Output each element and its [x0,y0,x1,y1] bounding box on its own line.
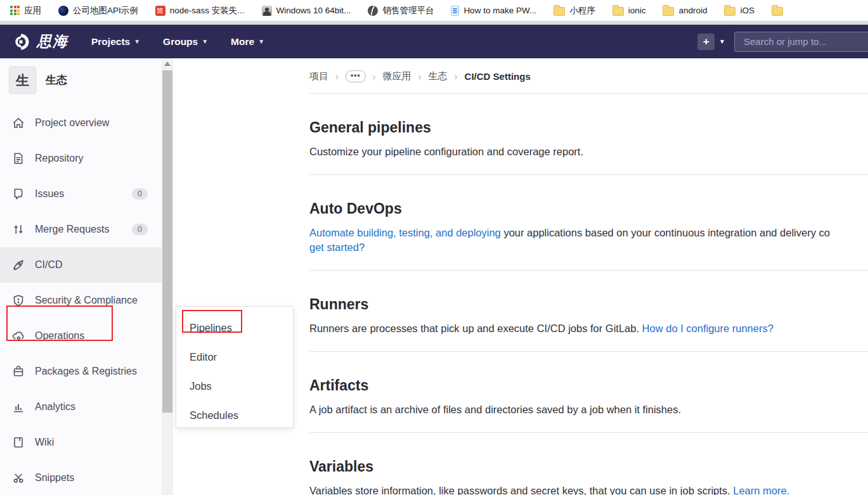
navbar-menu-projects[interactable]: Projects ▼ [91,36,140,48]
apps-grid-icon [10,6,20,15]
scrollbar-up-arrow-icon[interactable] [164,61,171,66]
flyout-item-schedules[interactable]: Schedules [176,401,293,430]
sidebar-item-analytics[interactable]: Analytics [0,389,162,425]
chevron-right-icon: › [335,71,339,82]
sidebar-item-label: Wiki [35,437,54,448]
sidebar-item-packages-registries[interactable]: Packages & Registries [0,354,162,389]
sidebar-item-snippets[interactable]: Snippets [0,460,162,495]
site-logo-icon [11,32,30,51]
cicd-flyout-menu: Pipelines Editor Jobs Schedules [176,306,294,428]
navbar-menu-groups[interactable]: Groups ▼ [163,36,208,48]
section-description: Variables store information, like passwo… [309,484,868,495]
cloud-gear-icon [12,330,25,342]
new-item-button[interactable]: + [697,34,715,50]
breadcrumb-project[interactable]: 生态 [429,70,448,82]
bookmark-folder-ionic[interactable]: ionic [612,5,646,16]
folder-icon [772,7,783,16]
sidebar-item-project-overview[interactable]: Project overview [0,105,162,141]
breadcrumb-projects[interactable]: 项目 [309,70,328,82]
navbar-menu: Projects ▼ Groups ▼ More ▼ [91,36,264,48]
scissors-icon [12,472,25,484]
scrollbar-thumb[interactable] [162,70,172,413]
description-text: Runners are processes that pick up and e… [309,323,642,334]
section-title: Auto DevOps [309,199,868,218]
section-description: A job artifact is an archive of files an… [309,402,868,417]
flyout-item-pipelines[interactable]: Pipelines [176,313,293,342]
section-title: Artifacts [309,376,868,395]
sidebar-item-merge-requests[interactable]: Merge Requests 0 [0,212,162,247]
configure-runners-link[interactable]: How do I configure runners? [642,323,774,334]
sidebar-item-issues[interactable]: Issues 0 [0,176,162,212]
menu-label: Groups [163,36,198,48]
folder-icon [612,7,624,16]
bookmark-how-to-make-pwa[interactable]: How to make PW... [451,6,536,16]
folder-icon [554,7,565,16]
shield-icon [12,294,25,307]
sidebar-item-label: Issues [35,188,64,200]
description-text: Variables store information, like passwo… [309,485,733,495]
flyout-item-jobs[interactable]: Jobs [176,371,293,401]
page-shell: 生 生态 Project overview Repository Is [0,58,868,495]
package-icon [12,365,25,378]
site-logo[interactable]: 思海 [11,32,68,51]
section-title: Variables [309,457,868,476]
merge-requests-count-badge: 0 [132,224,148,235]
bookmark-folder-miniprogram[interactable]: 小程序 [554,5,595,16]
bookmark-folder-android[interactable]: android [663,5,707,16]
sidebar-item-label: Project overview [35,117,109,129]
project-title: 生态 [46,73,67,87]
gitlab-top-navbar: 思海 Projects ▼ Groups ▼ More ▼ + ▼ [0,25,868,58]
learn-more-link[interactable]: Learn more. [733,485,789,495]
search-input[interactable] [734,32,868,52]
sidebar-item-operations[interactable]: Operations [0,318,162,354]
breadcrumb-ellipsis-button[interactable]: ••• [346,70,366,82]
sidebar-item-label: Analytics [35,401,75,413]
menu-label: Projects [91,36,130,48]
breadcrumb-current: CI/CD Settings [465,71,531,82]
sidebar-item-label: Repository [35,153,83,164]
bookmark-apps[interactable]: 应用 [10,5,41,16]
description-text: your applications based on your continuo… [501,227,830,238]
section-description: Customize your pipeline configuration an… [309,145,868,159]
chevron-down-icon[interactable]: ▼ [719,38,725,45]
chevron-down-icon: ▼ [202,38,208,45]
sidebar-item-security-compliance[interactable]: Security & Compliance [0,283,162,318]
bookmark-sales-platform[interactable]: 销售管理平台 [368,5,434,16]
project-header[interactable]: 生 生态 [0,58,162,101]
bookmark-label: android [678,6,707,15]
chevron-right-icon: › [455,71,458,82]
description-text: A job artifact is an archive of files an… [309,404,681,415]
sidebar-item-repository[interactable]: Repository [0,141,162,176]
sidebar-item-cicd[interactable]: CI/CD [0,247,162,283]
bookmark-label: iOS [740,6,755,15]
bookmark-label: 应用 [24,5,41,16]
sidebar-nav: Project overview Repository Issues 0 [0,105,162,495]
get-started-link[interactable]: get started? [309,241,365,253]
navbar-menu-more[interactable]: More ▼ [231,36,264,48]
flyout-item-editor[interactable]: Editor [176,342,293,371]
bookmark-company-map-api[interactable]: 公司地图API示例 [58,5,138,16]
sidebar-scrollbar[interactable] [162,58,173,495]
blue-doc-icon [451,6,459,16]
folder-icon [663,7,674,16]
chevron-right-icon: › [418,71,422,82]
bookmark-folder-partial[interactable] [772,5,783,16]
chevron-right-icon: › [373,71,376,82]
sidebar-item-label: Merge Requests [35,224,109,235]
bookmark-node-sass[interactable]: 简 node-sass 安装失... [155,5,245,16]
bookmark-label: 公司地图API示例 [73,5,138,16]
project-sidebar: 生 生态 Project overview Repository Is [0,58,162,495]
bookmark-windows10[interactable]: Windows 10 64bit... [262,6,351,16]
dark-globe-icon [58,6,68,16]
sidebar-item-label: Packages & Registries [35,366,137,377]
breadcrumb-group[interactable]: 微应用 [383,70,411,82]
sidebar-item-label: Operations [35,330,84,342]
breadcrumb: 项目 › ••• › 微应用 › 生态 › CI/CD Settings [309,70,868,82]
sidebar-item-label: Snippets [35,472,74,484]
navbar-search [734,32,868,52]
auto-devops-link[interactable]: Automate building, testing, and deployin… [309,227,501,238]
section-general-pipelines: General pipelines Customize your pipelin… [309,94,868,175]
sidebar-item-wiki[interactable]: Wiki [0,425,162,460]
bookmark-folder-ios[interactable]: iOS [724,5,755,16]
description-text: Customize your pipeline configuration an… [309,146,583,157]
